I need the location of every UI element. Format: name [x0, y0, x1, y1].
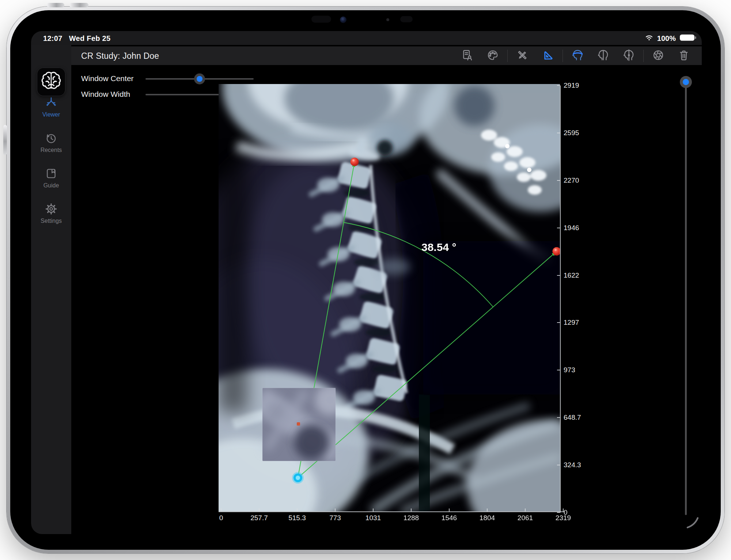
toolbar-divider	[507, 50, 508, 62]
sidebar-item-label: Settings	[41, 218, 62, 224]
app-logo	[37, 68, 65, 96]
vertical-ruler-label: 648.7	[564, 414, 593, 422]
horizontal-ruler-label: 1546	[435, 514, 464, 522]
window-center-thumb[interactable]	[194, 73, 205, 84]
trash-icon	[678, 49, 690, 63]
brain-logo-icon	[40, 70, 62, 94]
delete-annotation-button[interactable]	[676, 48, 692, 64]
gear-icon	[45, 203, 57, 217]
horizontal-ruler-label: 2319	[549, 514, 578, 522]
bronchi-icon	[45, 96, 57, 110]
image-scroll-slider[interactable]	[685, 79, 687, 515]
vertical-ruler-tick	[557, 417, 560, 418]
horizontal-ruler-tick	[335, 508, 336, 511]
horizontal-ruler-label: 1804	[473, 514, 502, 522]
vertical-ruler-tick	[557, 228, 560, 228]
vertical-ruler-tick	[557, 322, 560, 323]
horizontal-ruler-label: 1288	[397, 514, 426, 522]
vertical-ruler-label: 1622	[564, 271, 593, 279]
sidebar-item-settings[interactable]: Settings	[31, 199, 71, 228]
horizontal-ruler-label: 2061	[511, 514, 540, 522]
horizontal-ruler-tick	[221, 508, 221, 511]
front-sensor-pill-2	[400, 16, 413, 22]
front-camera-icon	[340, 16, 346, 23]
study-title: CR Study: John Doe	[81, 51, 159, 61]
vertical-ruler-label: 973	[564, 366, 593, 374]
horizontal-ruler-label: 0	[207, 514, 236, 522]
pencil-ruler-cross-icon	[516, 49, 529, 63]
window-width-label: Window Width	[81, 90, 130, 99]
horizontal-ruler-tick	[297, 508, 298, 511]
status-bar: 12:07 Wed Feb 25 100%	[31, 31, 702, 45]
vertical-ruler-tick	[557, 465, 560, 465]
angle-measure-button[interactable]	[540, 48, 556, 64]
sidebar: ViewerRecentsGuideSettings	[31, 45, 71, 534]
vertical-ruler-label: 1946	[564, 224, 593, 232]
sidebar-item-viewer[interactable]: Viewer	[31, 92, 71, 122]
vertical-ruler-tick	[557, 180, 560, 181]
horizontal-ruler-tick	[411, 508, 412, 511]
vertical-ruler-label: 2270	[564, 176, 593, 184]
image-scroll-thumb[interactable]	[680, 76, 692, 88]
set-square-icon	[542, 49, 554, 63]
angle-handle-end-1[interactable]	[351, 158, 359, 166]
sidebar-item-recents[interactable]: Recents	[31, 128, 71, 157]
horizontal-ruler-label: 257.7	[245, 514, 274, 522]
vertical-ruler-label: 2595	[564, 129, 593, 137]
head-split-icon	[597, 49, 609, 63]
top-button-2	[69, 3, 88, 7]
app-screen: 12:07 Wed Feb 25 100%	[31, 31, 702, 534]
clock-history-icon	[45, 132, 57, 146]
toolbar-tools	[454, 46, 697, 65]
xray-viewport[interactable]: 38.54 °	[219, 84, 560, 511]
sidebar-item-label: Guide	[43, 182, 59, 189]
top-button-1	[47, 3, 64, 7]
magnifier-inset	[259, 385, 345, 461]
vertical-ruler-line	[560, 85, 561, 513]
horizontal-ruler-tick	[373, 508, 374, 511]
wifi-icon	[645, 34, 654, 43]
head-band-button[interactable]	[569, 48, 586, 64]
magnifier-crosshair-dot	[297, 422, 300, 426]
vertical-ruler-label: 324.3	[564, 461, 593, 469]
angle-handle-vertex[interactable]	[292, 472, 304, 484]
front-sensor-pill	[311, 16, 331, 23]
sidebar-item-guide[interactable]: Guide	[31, 163, 71, 193]
vertical-ruler-tick	[557, 275, 560, 276]
palette-button[interactable]	[485, 48, 501, 64]
vertical-ruler-tick	[557, 370, 560, 370]
battery-icon	[679, 34, 696, 43]
aperture-button[interactable]	[650, 48, 666, 64]
horizontal-ruler-tick	[525, 508, 526, 511]
horizontal-ruler-tick	[449, 508, 450, 511]
angle-measurement-lines	[298, 162, 557, 478]
horizontal-ruler-tick	[259, 508, 260, 511]
horizontal-ruler-label: 515.3	[283, 514, 312, 522]
ambient-sensor-dot	[386, 18, 389, 21]
battery-percent: 100%	[657, 34, 676, 43]
vertical-ruler-tick	[557, 85, 560, 86]
head-split-alt-icon	[622, 49, 635, 63]
page: 12:07 Wed Feb 25 100%	[0, 0, 731, 560]
patient-report-button[interactable]	[459, 48, 475, 64]
annotate-tools-button[interactable]	[514, 48, 530, 64]
horizontal-ruler-tick	[487, 508, 488, 511]
toolbar-divider	[563, 50, 563, 62]
head-split-left-button[interactable]	[595, 48, 611, 64]
head-split-right-button[interactable]	[621, 48, 637, 64]
sidebar-item-label: Recents	[41, 147, 62, 153]
status-time: 12:07	[43, 34, 63, 43]
book-bookmark-icon	[45, 167, 57, 181]
horizontal-ruler-label: 1031	[359, 514, 388, 522]
vertical-ruler-tick	[557, 133, 560, 133]
document-person-icon	[461, 49, 473, 63]
horizontal-ruler-tick	[563, 508, 564, 511]
measurement-overlay	[219, 84, 560, 511]
sidebar-item-label: Viewer	[42, 111, 60, 118]
toolbar-divider	[643, 50, 644, 62]
vertical-ruler-label: 2919	[564, 81, 593, 89]
window-center-label: Window Center	[81, 74, 134, 83]
toolbar: CR Study: John Doe	[71, 46, 702, 65]
aperture-icon	[652, 49, 664, 63]
horizontal-ruler-label: 773	[321, 514, 350, 522]
